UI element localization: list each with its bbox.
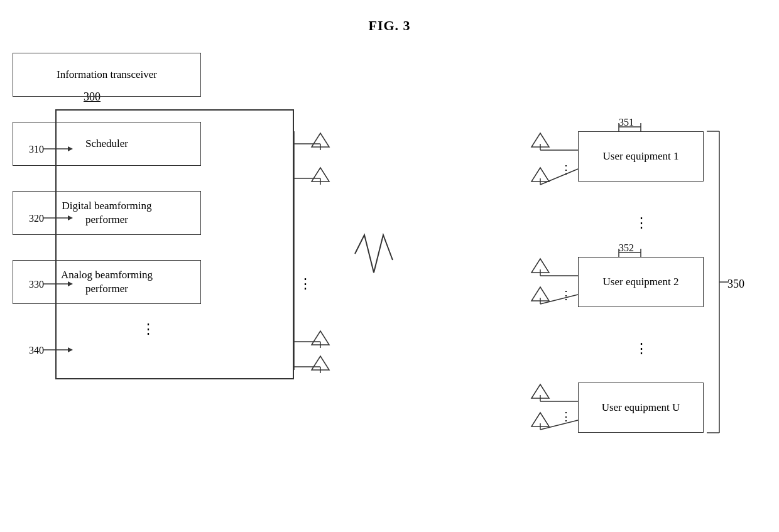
ref-label-330: 330 bbox=[29, 279, 44, 290]
vdots-bs-middle: ⋮ bbox=[141, 321, 156, 337]
ueU-box: User equipment U bbox=[578, 383, 704, 433]
ref-label-352: 352 bbox=[619, 242, 634, 254]
ue1-box: User equipment 1 bbox=[578, 131, 704, 182]
svg-marker-17 bbox=[312, 331, 329, 345]
ue2-box: User equipment 2 bbox=[578, 257, 704, 307]
vdots-ue1-inside: ⋮ bbox=[560, 163, 573, 176]
svg-marker-33 bbox=[531, 384, 549, 398]
vdots-ue2-inside: ⋮ bbox=[560, 288, 573, 302]
svg-marker-19 bbox=[312, 356, 329, 370]
svg-marker-21 bbox=[531, 133, 549, 147]
vdots-ue-between2-u: ⋮ bbox=[635, 340, 650, 357]
ref-label-351: 351 bbox=[619, 117, 634, 128]
svg-marker-30 bbox=[531, 287, 549, 301]
box-information-transceiver: Information transceiver bbox=[13, 53, 201, 97]
page-title: FIG. 3 bbox=[0, 0, 779, 34]
ref-label-310: 310 bbox=[29, 144, 44, 155]
vdots-ue-between1-2: ⋮ bbox=[635, 215, 650, 231]
svg-marker-36 bbox=[531, 413, 549, 426]
ref-label-340: 340 bbox=[29, 345, 44, 356]
diagram: 300 Information transceiver Scheduler Di… bbox=[0, 34, 779, 530]
svg-marker-15 bbox=[312, 168, 329, 182]
vdots-center-diagram: ⋮ bbox=[298, 276, 313, 292]
svg-marker-27 bbox=[531, 259, 549, 273]
ref-label-350: 350 bbox=[727, 278, 744, 291]
svg-marker-13 bbox=[312, 133, 329, 147]
vdots-ueU-inside: ⋮ bbox=[560, 410, 573, 423]
svg-marker-24 bbox=[531, 168, 549, 182]
ref-label-320: 320 bbox=[29, 213, 44, 224]
